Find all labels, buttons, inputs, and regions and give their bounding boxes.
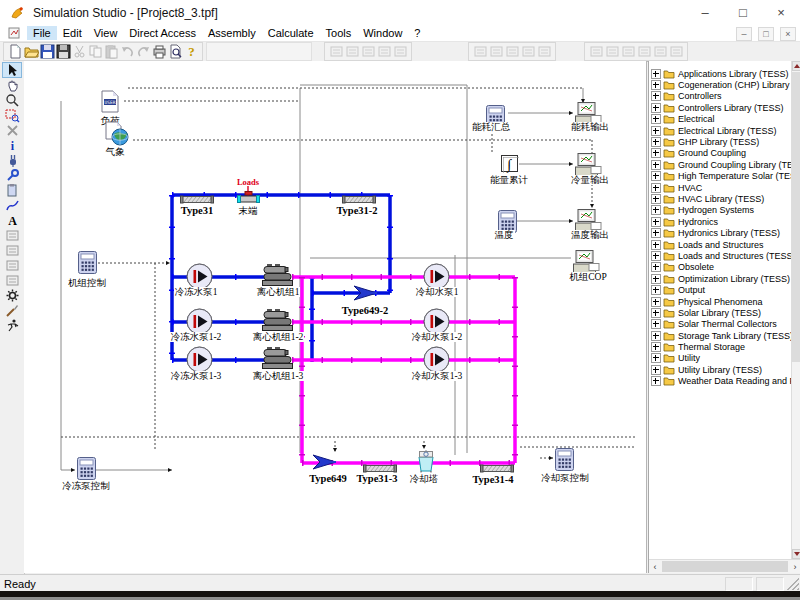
type649-diverter-icon[interactable] <box>311 453 337 475</box>
mdi-close-button[interactable]: × <box>780 27 796 41</box>
paste-special-icon[interactable] <box>3 183 21 197</box>
expand-plus-icon[interactable] <box>651 274 661 284</box>
type31-4-pipe-icon[interactable] <box>480 459 514 477</box>
tree-item-hydronics-library-tess[interactable]: Hydronics Library (TESS) <box>651 227 791 238</box>
expand-plus-icon[interactable] <box>651 183 661 193</box>
terminal-terminal-icon[interactable] <box>237 189 260 207</box>
menu-calculate[interactable]: Calculate <box>262 26 320 40</box>
new-icon[interactable] <box>7 44 23 59</box>
save-icon[interactable] <box>39 44 55 59</box>
type31-pipe-icon[interactable] <box>180 190 214 208</box>
tree-item-hvac-library-tess[interactable]: HVAC Library (TESS) <box>651 193 791 204</box>
tree-item-electrical-library-tess[interactable]: Electrical Library (TESS) <box>651 125 791 136</box>
chiller-3-chiller-icon[interactable] <box>262 347 293 373</box>
tree-item-hydronics[interactable]: Hydronics <box>651 216 791 227</box>
tile-windows-icon[interactable] <box>392 44 408 59</box>
resize-grip[interactable] <box>787 578 799 590</box>
expand-plus-icon[interactable] <box>651 171 661 181</box>
show-frame-icon[interactable] <box>588 44 604 59</box>
undo-icon[interactable] <box>119 44 135 59</box>
redo-icon[interactable] <box>135 44 151 59</box>
expand-plus-icon[interactable] <box>651 205 661 215</box>
tree-item-hvac[interactable]: HVAC <box>651 182 791 193</box>
print-layout-icon[interactable] <box>3 258 21 272</box>
tree-item-storage-tank-library-tess[interactable]: Storage Tank Library (TESS) <box>651 330 791 341</box>
expand-plus-icon[interactable] <box>651 285 661 295</box>
center-window-icon[interactable] <box>376 44 392 59</box>
expand-plus-icon[interactable] <box>651 126 661 136</box>
copy-icon[interactable] <box>87 44 103 59</box>
mdi-minimize-button[interactable]: – <box>736 27 752 41</box>
cooling-output-plotter-icon[interactable] <box>575 153 602 181</box>
chw-pump-3-pump-icon[interactable] <box>186 346 213 377</box>
tree-item-high-temperature-solar-tess[interactable]: High Temperature Solar (TESS) <box>651 171 791 182</box>
expand-plus-icon[interactable] <box>651 148 661 158</box>
delete-icon[interactable] <box>3 123 21 137</box>
cw-pump-2-pump-icon[interactable] <box>423 308 450 339</box>
show-printer-icon[interactable] <box>652 44 668 59</box>
show-locks-icon[interactable] <box>620 44 636 59</box>
size-both-icon[interactable] <box>360 44 376 59</box>
cw-pump-3-pump-icon[interactable] <box>423 346 450 377</box>
tree-item-utility-library-tess[interactable]: Utility Library (TESS) <box>651 364 791 375</box>
expand-plus-icon[interactable] <box>651 365 661 375</box>
print-preview-icon[interactable] <box>167 44 183 59</box>
screwdriver-icon[interactable] <box>3 303 21 317</box>
open-icon[interactable] <box>23 44 39 59</box>
type31-3-pipe-icon[interactable] <box>363 459 397 477</box>
help-icon[interactable]: ? <box>183 44 199 59</box>
temp-output-plotter-icon[interactable] <box>575 209 602 237</box>
tree-item-loads-and-structures-tess[interactable]: Loads and Structures (TESS) <box>651 250 791 261</box>
expand-plus-icon[interactable] <box>651 217 661 227</box>
expand-plus-icon[interactable] <box>651 137 661 147</box>
chw-pump-1-pump-icon[interactable] <box>186 263 213 294</box>
unit-control-calculator-icon[interactable] <box>78 251 97 278</box>
frame-a-icon[interactable] <box>3 228 21 242</box>
tree-item-utility[interactable]: Utility <box>651 353 791 364</box>
cooling-tower-cooling-tower-icon[interactable] <box>415 449 437 477</box>
maximize-button[interactable]: □ <box>724 0 762 25</box>
minimize-button[interactable]: – <box>686 0 724 25</box>
cut-icon[interactable] <box>71 44 87 59</box>
tree-item-controllers-library-tess[interactable]: Controllers Library (TESS) <box>651 102 791 113</box>
assembly-tree-icon[interactable] <box>472 44 488 59</box>
print-icon[interactable] <box>151 44 167 59</box>
menu-window[interactable]: Window <box>357 26 408 40</box>
menu-view[interactable]: View <box>88 26 124 40</box>
table-icon[interactable] <box>504 44 520 59</box>
scroll-thumb-horizontal[interactable] <box>662 561 788 572</box>
close-button[interactable]: × <box>762 0 800 25</box>
anchor-icon[interactable] <box>520 44 536 59</box>
menu-assembly[interactable]: Assembly <box>202 26 262 40</box>
tree-horizontal-scrollbar[interactable]: ‹ › <box>649 559 800 573</box>
sort-down-icon[interactable] <box>488 44 504 59</box>
energy-sum-calculator-icon[interactable] <box>486 105 505 132</box>
tree-item-solar-library-tess[interactable]: Solar Library (TESS) <box>651 307 791 318</box>
expand-plus-icon[interactable] <box>651 297 661 307</box>
expand-plus-icon[interactable] <box>651 308 661 318</box>
plug-icon[interactable] <box>3 153 21 167</box>
expand-plus-icon[interactable] <box>651 342 661 352</box>
gear-icon[interactable] <box>3 288 21 302</box>
tree-item-thermal-storage[interactable]: Thermal Storage <box>651 341 791 352</box>
save-all-icon[interactable] <box>55 44 71 59</box>
zoom-window-icon[interactable] <box>3 108 21 122</box>
tree-item-obsolete[interactable]: Obsolete <box>651 262 791 273</box>
card-icon[interactable] <box>3 273 21 287</box>
chwp-control-calculator-icon[interactable] <box>77 457 96 484</box>
tree-item-ghp-library-tess[interactable]: GHP Library (TESS) <box>651 136 791 147</box>
scroll-left-icon[interactable]: ‹ <box>649 561 661 573</box>
expand-plus-icon[interactable] <box>651 262 661 272</box>
size-vertical-icon[interactable] <box>344 44 360 59</box>
mdi-restore-button[interactable]: □ <box>758 27 774 41</box>
size-horizontal-icon[interactable] <box>328 44 344 59</box>
expand-plus-icon[interactable] <box>651 228 661 238</box>
link-icon[interactable] <box>3 198 21 212</box>
zoom-icon[interactable] <box>3 93 21 107</box>
cwp-control-calculator-icon[interactable] <box>555 448 574 475</box>
tree-item-solar-thermal-collectors[interactable]: Solar Thermal Collectors <box>651 319 791 330</box>
cw-pump-1-pump-icon[interactable] <box>423 263 450 294</box>
tree-item-cogeneration-chp-library-tess[interactable]: Cogeneration (CHP) Library (TESS) <box>651 79 791 90</box>
project-canvas[interactable]: USER负荷气象Type31末端LoadsType31-2机组控制冷冻水泵1冷冻… <box>24 61 647 573</box>
menu-direct-access[interactable]: Direct Access <box>123 26 202 40</box>
